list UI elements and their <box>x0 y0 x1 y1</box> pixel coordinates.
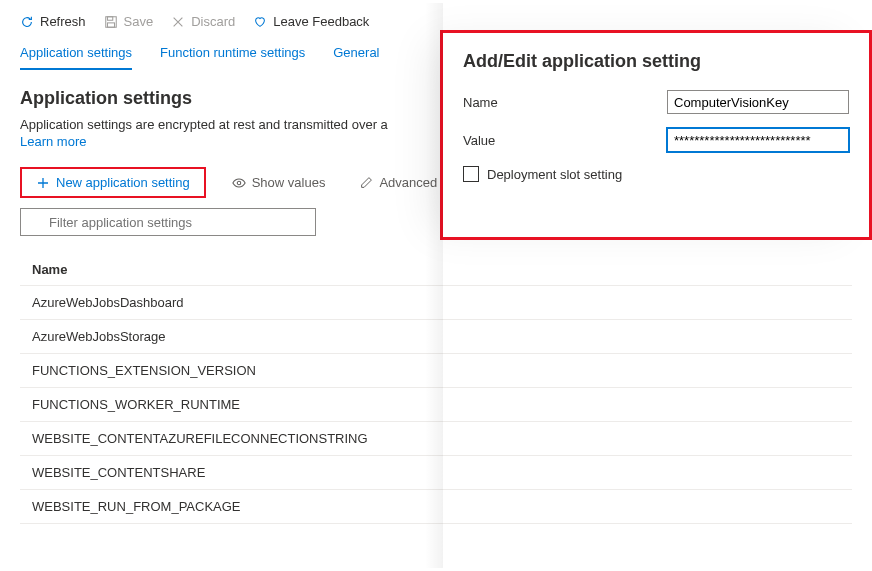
new-setting-label: New application setting <box>56 175 190 190</box>
page-description: Application settings are encrypted at re… <box>0 117 420 132</box>
svg-point-3 <box>237 181 241 185</box>
table-row[interactable]: FUNCTIONS_WORKER_RUNTIME <box>20 388 852 422</box>
save-label: Save <box>124 14 154 29</box>
name-input[interactable] <box>667 90 849 114</box>
advanced-edit-button[interactable]: Advanced <box>351 171 445 194</box>
name-label: Name <box>463 95 667 110</box>
refresh-button[interactable]: Refresh <box>20 14 86 29</box>
tab-application-settings[interactable]: Application settings <box>20 45 132 70</box>
tab-function-runtime-settings[interactable]: Function runtime settings <box>160 45 305 70</box>
svg-rect-2 <box>107 22 114 26</box>
heart-icon <box>253 15 267 29</box>
value-input[interactable] <box>667 128 849 152</box>
feedback-button[interactable]: Leave Feedback <box>253 14 369 29</box>
discard-button[interactable]: Discard <box>171 14 235 29</box>
feedback-label: Leave Feedback <box>273 14 369 29</box>
svg-rect-1 <box>107 16 112 20</box>
tab-general[interactable]: General <box>333 45 379 70</box>
filter-input[interactable] <box>20 208 316 236</box>
eye-icon <box>232 176 246 190</box>
new-application-setting-button[interactable]: New application setting <box>28 171 198 194</box>
value-label: Value <box>463 133 667 148</box>
table-row[interactable]: WEBSITE_CONTENTSHARE <box>20 456 852 490</box>
show-values-label: Show values <box>252 175 326 190</box>
save-button[interactable]: Save <box>104 14 154 29</box>
show-values-button[interactable]: Show values <box>224 171 334 194</box>
advanced-label: Advanced <box>379 175 437 190</box>
discard-label: Discard <box>191 14 235 29</box>
discard-icon <box>171 15 185 29</box>
panel-title: Add/Edit application setting <box>463 51 849 72</box>
deployment-slot-checkbox[interactable] <box>463 166 479 182</box>
pencil-icon <box>359 176 373 190</box>
refresh-icon <box>20 15 34 29</box>
save-icon <box>104 15 118 29</box>
table-header-name[interactable]: Name <box>20 254 852 286</box>
table-row[interactable]: AzureWebJobsDashboard <box>20 286 852 320</box>
table-row[interactable]: FUNCTIONS_EXTENSION_VERSION <box>20 354 852 388</box>
plus-icon <box>36 176 50 190</box>
add-edit-setting-panel: Add/Edit application setting Name Value … <box>440 30 872 240</box>
table-row[interactable]: WEBSITE_CONTENTAZUREFILECONNECTIONSTRING <box>20 422 852 456</box>
deployment-slot-label: Deployment slot setting <box>487 167 622 182</box>
refresh-label: Refresh <box>40 14 86 29</box>
table-row[interactable]: WEBSITE_RUN_FROM_PACKAGE <box>20 490 852 524</box>
settings-table: Name AzureWebJobsDashboard AzureWebJobsS… <box>20 254 852 524</box>
new-setting-highlight: New application setting <box>20 167 206 198</box>
table-row[interactable]: AzureWebJobsStorage <box>20 320 852 354</box>
